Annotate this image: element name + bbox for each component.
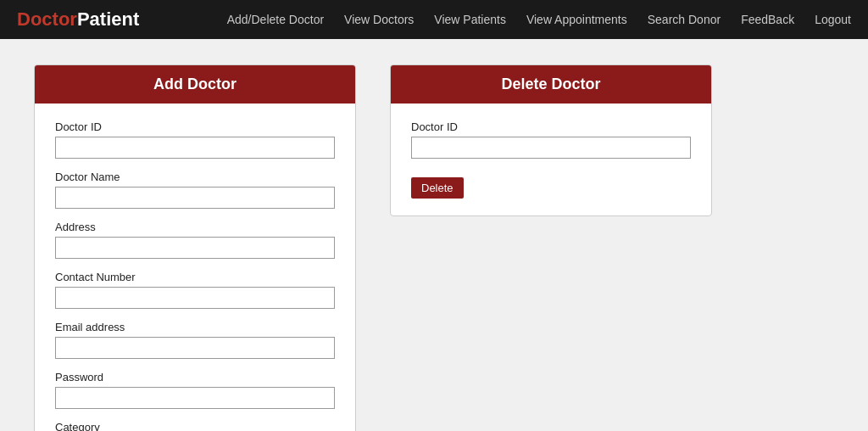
- contact-input[interactable]: [55, 287, 335, 309]
- delete-button[interactable]: Delete: [411, 177, 464, 199]
- address-group: Address: [55, 221, 335, 259]
- nav-link-feedback[interactable]: FeedBack: [741, 13, 794, 26]
- delete-doctor-body: Doctor ID Delete: [391, 104, 711, 216]
- delete-doctor-card: Delete Doctor Doctor ID Delete: [390, 64, 712, 216]
- delete-doctor-title: Delete Doctor: [391, 65, 711, 104]
- main-content: Add Doctor Doctor ID Doctor Name Address…: [0, 39, 868, 431]
- doctor-id-label: Doctor ID: [55, 120, 335, 133]
- add-doctor-card: Add Doctor Doctor ID Doctor Name Address…: [34, 64, 356, 431]
- delete-doctor-id-group: Doctor ID: [411, 120, 691, 159]
- contact-group: Contact Number: [55, 271, 335, 309]
- nav-link-add/delete-doctor[interactable]: Add/Delete Doctor: [227, 13, 324, 26]
- doctor-id-input[interactable]: [55, 137, 335, 159]
- email-input[interactable]: [55, 337, 335, 359]
- nav-links: Add/Delete DoctorView DoctorsView Patien…: [227, 13, 851, 26]
- delete-doctor-id-input[interactable]: [411, 137, 691, 159]
- category-label: Category: [55, 421, 335, 431]
- address-label: Address: [55, 221, 335, 233]
- doctor-id-group: Doctor ID: [55, 120, 335, 159]
- contact-label: Contact Number: [55, 271, 335, 283]
- doctor-name-input[interactable]: [55, 187, 335, 209]
- doctor-name-group: Doctor Name: [55, 171, 335, 209]
- email-group: Email address: [55, 321, 335, 359]
- brand-logo: DoctorPatient: [17, 8, 139, 31]
- nav-link-logout[interactable]: Logout: [815, 13, 851, 26]
- add-doctor-body: Doctor ID Doctor Name Address Contact Nu…: [35, 104, 355, 431]
- address-input[interactable]: [55, 237, 335, 259]
- nav-link-view-doctors[interactable]: View Doctors: [344, 13, 414, 26]
- password-input[interactable]: [55, 387, 335, 409]
- nav-link-view-appointments[interactable]: View Appointments: [526, 13, 627, 26]
- brand-doctor: Doctor: [17, 8, 77, 30]
- nav-link-search-donor[interactable]: Search Donor: [648, 13, 721, 26]
- brand-patient: Patient: [77, 8, 139, 30]
- email-label: Email address: [55, 321, 335, 333]
- doctor-name-label: Doctor Name: [55, 171, 335, 183]
- add-doctor-title: Add Doctor: [35, 65, 355, 104]
- password-group: Password: [55, 371, 335, 409]
- nav-link-view-patients[interactable]: View Patients: [434, 13, 506, 26]
- delete-doctor-id-label: Doctor ID: [411, 120, 691, 133]
- navbar: DoctorPatient Add/Delete DoctorView Doct…: [0, 0, 868, 39]
- category-group: Category boneshearteyesgeneral: [55, 421, 335, 431]
- password-label: Password: [55, 371, 335, 383]
